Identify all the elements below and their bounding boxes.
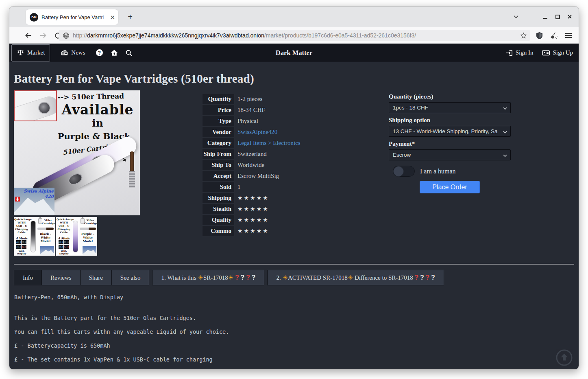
detail-value: ★★★★★ xyxy=(235,193,269,204)
nav-news[interactable]: News xyxy=(57,49,89,56)
browser-window: DM Battery Pen for Vape Vartri ✕ + xyxy=(9,6,579,370)
product-main-image[interactable]: --> 510er Thread Available in Purple & B… xyxy=(14,90,140,215)
detail-row-price: Price18-34 CHF xyxy=(202,105,381,116)
detail-label: Stealth xyxy=(202,204,235,215)
sign-in-link[interactable]: Sign In xyxy=(505,49,534,56)
new-tab-button[interactable]: + xyxy=(124,11,136,23)
swiss-alpine-badge: Swiss Alpine 420 xyxy=(14,188,54,215)
window-maximize-button[interactable] xyxy=(553,12,562,22)
site-info-onion-icon[interactable] xyxy=(63,32,70,39)
detail-value: 1-2 pieces xyxy=(235,94,262,105)
nav-help[interactable]: ? xyxy=(95,49,104,56)
product-description: Battery-Pen, 650mAh, with DisplayThis is… xyxy=(14,290,574,366)
back-icon[interactable] xyxy=(24,31,33,40)
clear-data-broom-icon[interactable] xyxy=(549,31,558,40)
payment-label: Payment* xyxy=(389,140,511,147)
image-text-thread: --> 510er Thread xyxy=(58,92,139,101)
tab-share[interactable]: Share xyxy=(80,270,112,285)
detail-row-type: TypePhysical xyxy=(202,116,381,127)
detail-label: Quantity xyxy=(202,94,235,105)
thumbnail-black-model[interactable]: Quickcharge WITH USB – C Charging Cable … xyxy=(14,217,55,256)
detail-value: Escrow MultiSig xyxy=(235,171,279,182)
human-toggle[interactable] xyxy=(393,166,415,177)
url-text: http://darkmmro6j5xekpe7jje74maidkkkkw26… xyxy=(73,32,518,39)
tab-close-icon[interactable]: ✕ xyxy=(110,14,115,20)
detail-value: ★★★★★ xyxy=(235,226,269,237)
detail-value-link[interactable]: SwissAlpine420 xyxy=(235,127,277,138)
scroll-to-top-button[interactable] xyxy=(555,348,573,367)
url-bar[interactable]: http://darkmmro6j5xekpe7jje74maidkkkkw26… xyxy=(59,30,530,41)
detail-label: Quality xyxy=(202,215,235,226)
detail-label: Category xyxy=(202,138,235,149)
detail-row-ship-from: Ship FromSwitzerland xyxy=(202,149,381,160)
detail-label: Sold xyxy=(202,182,235,193)
browser-tab-title: Battery Pen for Vape Vartri xyxy=(41,14,108,20)
detail-row-quantity: Quantity1-2 pieces xyxy=(202,94,381,105)
page-content: Market News ? xyxy=(9,44,579,370)
tab-reviews[interactable]: Reviews xyxy=(41,270,81,285)
question-circle-icon: ? xyxy=(96,49,103,56)
detail-label: Ship To xyxy=(202,160,235,171)
nav-market[interactable]: Market xyxy=(11,44,50,61)
detail-value-link[interactable]: Legal Items > Electronics xyxy=(235,138,301,149)
tab-list-chevron-icon[interactable] xyxy=(511,12,521,22)
description-line: £ - The set contains 1x VapPen & 1x USB-… xyxy=(14,353,574,366)
detail-row-accept: AcceptEscrow MultiSig xyxy=(202,171,381,182)
detail-row-quality: Quality★★★★★ xyxy=(202,215,381,226)
detail-value: 1 xyxy=(235,182,241,193)
sign-up-label: Sign Up xyxy=(553,49,573,56)
tab-info[interactable]: Info xyxy=(14,270,42,285)
detail-value: Worldwide xyxy=(235,160,264,171)
chevron-down-icon xyxy=(503,153,507,157)
detail-value: Switzerland xyxy=(235,149,267,160)
tab-see-also[interactable]: See also xyxy=(111,270,150,285)
detail-label: Accept xyxy=(202,171,235,182)
detail-label: Shipping xyxy=(202,193,235,204)
tab-bar: InfoReviewsShareSee also1. What is this … xyxy=(14,270,574,285)
detail-row-commo: Commo★★★★★ xyxy=(202,226,381,237)
shield-icon[interactable] xyxy=(535,31,544,40)
section-divider xyxy=(14,264,574,265)
sign-in-icon xyxy=(505,50,513,56)
radio-icon xyxy=(61,49,68,56)
site-brand: Dark Matter xyxy=(276,49,312,57)
image-text-in: in xyxy=(56,117,139,129)
chevron-down-icon xyxy=(503,129,507,133)
detail-row-shipping: Shipping★★★★★ xyxy=(202,193,381,204)
forward-icon[interactable] xyxy=(39,31,48,40)
description-line: Battery-Pen, 650mAh, with Display xyxy=(14,290,574,304)
detail-row-ship-to: Ship ToWorldwide xyxy=(202,160,381,171)
description-line xyxy=(14,304,574,311)
quantity-select[interactable]: 1pcs - 18 CHF xyxy=(389,102,511,113)
hamburger-menu-icon[interactable] xyxy=(564,31,573,40)
place-order-button[interactable]: Place Order xyxy=(420,181,480,193)
detail-row-category: CategoryLegal Items > Electronics xyxy=(202,138,381,149)
description-line: This is the Battery part for the 510er G… xyxy=(14,311,574,325)
sign-up-card-icon xyxy=(542,50,550,56)
detail-label: Type xyxy=(202,116,235,127)
window-close-button[interactable] xyxy=(565,12,575,22)
thumbnail-purple-model[interactable]: Quickcharge WITH USB – C Charging Cable … xyxy=(56,217,97,256)
tab-question-1[interactable]: 1. What is this ☀SR-17018☀ ? ? ? ? xyxy=(152,270,264,285)
detail-row-stealth: Stealth★★★★★ xyxy=(202,204,381,215)
nav-news-label: News xyxy=(71,49,85,56)
payment-select[interactable]: Escrow xyxy=(389,149,511,160)
sign-up-link[interactable]: Sign Up xyxy=(542,49,573,56)
image-text-available: Available xyxy=(56,102,139,118)
shipping-label: Shipping option xyxy=(389,117,511,124)
nav-home[interactable] xyxy=(110,49,119,56)
nav-search[interactable] xyxy=(124,49,133,57)
bookmark-star-icon[interactable] xyxy=(520,32,527,39)
chevron-down-icon xyxy=(503,106,507,110)
browser-toolbar: http://darkmmro6j5xekpe7jje74maidkkkkw26… xyxy=(9,27,579,44)
thumbnail-row: Quickcharge WITH USB – C Charging Cable … xyxy=(14,217,140,256)
scales-icon xyxy=(17,49,24,56)
window-minimize-button[interactable] xyxy=(540,12,550,22)
details-table: Quantity1-2 piecesPrice18-34 CHFTypePhys… xyxy=(202,90,381,256)
detail-label: Ship From xyxy=(202,149,235,160)
browser-tab[interactable]: DM Battery Pen for Vape Vartri ✕ xyxy=(26,9,118,25)
detail-row-sold: Sold1 xyxy=(202,182,381,193)
detail-label: Price xyxy=(202,105,235,116)
shipping-select[interactable]: 13 CHF - World-Wide Shipping, Priority, … xyxy=(389,126,511,137)
tab-question-2[interactable]: 2. ☀ACTIVATED SR-17018☀ Difference to SR… xyxy=(267,270,444,285)
